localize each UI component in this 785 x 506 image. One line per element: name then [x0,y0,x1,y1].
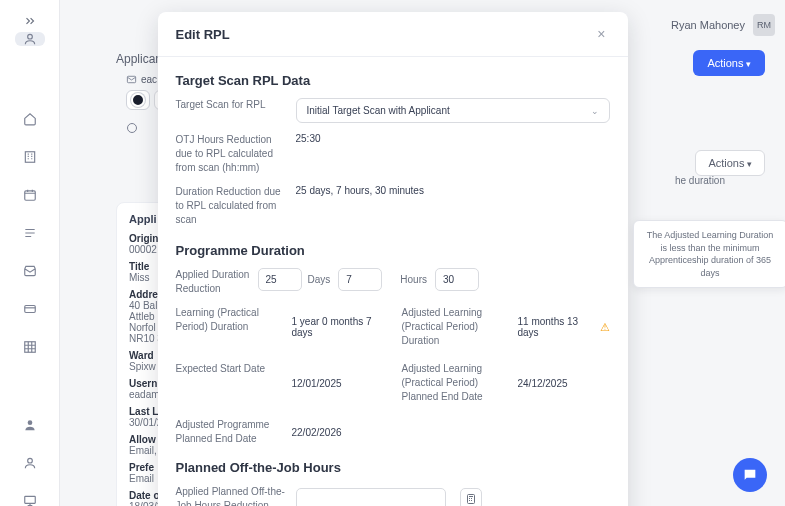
section-title-otj: Planned Off-the-Job Hours [176,460,610,475]
svg-point-9 [128,124,137,133]
sidebar-item-calendar[interactable] [15,180,45,210]
calculator-icon [465,493,477,505]
modal-title: Edit RPL [176,27,230,42]
mail-icon [126,74,137,85]
sidebar-item-person-outline[interactable] [15,448,45,478]
adj-prog-end-label: Adjusted Programme Planned End Date [176,418,282,446]
actions-secondary-button[interactable]: Actions [695,150,765,176]
sidebar-item-user[interactable] [15,32,45,46]
chat-icon [742,467,758,483]
sidebar-item-list[interactable] [15,218,45,248]
duration-hours-input[interactable] [338,268,382,291]
expected-start-label: Expected Start Date [176,362,282,404]
svg-point-6 [27,458,32,463]
adj-prog-end-value: 22/02/2026 [292,418,342,446]
applied-otj-label: Applied Planned Off-the-Job Hours Reduct… [176,485,288,506]
sidebar-item-building[interactable] [15,142,45,172]
duration-min-input[interactable] [435,268,479,291]
expected-start-value: 12/01/2025 [292,362,342,404]
duration-reduction-label: Duration Reduction due to RPL calculated… [176,185,288,227]
bg-duration-text: he duration [675,175,725,186]
calculator-button[interactable] [460,488,482,506]
sidebar-item-inbox[interactable] [15,256,45,286]
otj-reduction-value: 25:30 [296,133,610,144]
section-title-programme: Programme Duration [176,243,610,258]
svg-rect-2 [24,191,35,200]
email-text: eac [141,74,157,85]
warning-tooltip: The Adjusted Learning Duration is less t… [633,220,786,288]
edit-rpl-modal: Edit RPL × Target Scan RPL Data Target S… [158,12,628,506]
breadcrumb-applicant: Applican [116,52,162,66]
applied-otj-input[interactable] [296,488,446,507]
days-label: Days [308,274,331,285]
warning-icon: ⚠ [600,321,610,334]
svg-rect-4 [24,342,35,353]
hours-label: Hours [400,274,427,285]
svg-rect-7 [24,496,35,503]
svg-point-5 [27,420,32,425]
section-title-scan: Target Scan RPL Data [176,73,610,88]
adj-learning-label: Adjusted Learning (Practical Period) Dur… [402,306,508,348]
pill-1[interactable] [126,90,150,110]
target-scan-value: Initial Target Scan with Applicant [307,105,450,116]
applied-duration-label: Applied Duration Reduction [176,268,250,296]
svg-rect-3 [24,306,35,313]
otj-reduction-label: OTJ Hours Reduction due to RPL calculate… [176,133,288,175]
sidebar-item-person-solid[interactable] [15,410,45,440]
actions-primary-button[interactable]: Actions [693,50,765,76]
sidebar-item-card[interactable] [15,294,45,324]
target-scan-label: Target Scan for RPL [176,98,288,112]
chevron-down-icon: ⌄ [591,106,599,116]
sidebar-item-grid[interactable] [15,332,45,362]
adj-learning-value: 11 months 13 days [518,316,596,338]
duration-days-input[interactable] [258,268,302,291]
svg-point-0 [27,34,32,39]
email-row: eac [126,74,157,85]
modal-header: Edit RPL × [158,12,628,57]
adj-end-label: Adjusted Learning (Practical Period) Pla… [402,362,508,404]
modal-close-button[interactable]: × [593,24,609,44]
sidebar-item-monitor[interactable] [15,486,45,506]
learning-duration-value: 1 year 0 months 7 days [292,306,384,348]
learning-duration-label: Learning (Practical Period) Duration [176,306,282,348]
svg-rect-1 [25,152,34,163]
help-fab[interactable] [733,458,767,492]
adj-end-value: 24/12/2025 [518,362,568,404]
sidebar [0,0,60,506]
target-scan-select[interactable]: Initial Target Scan with Applicant ⌄ [296,98,610,123]
duration-inputs: Days Hours [258,268,479,291]
modal-body: Target Scan RPL Data Target Scan for RPL… [158,57,628,506]
duration-reduction-value: 25 days, 7 hours, 30 minutes [296,185,610,196]
info-icon [126,122,138,134]
sidebar-item-home[interactable] [15,104,45,134]
sidebar-collapse-toggle[interactable] [16,14,44,28]
